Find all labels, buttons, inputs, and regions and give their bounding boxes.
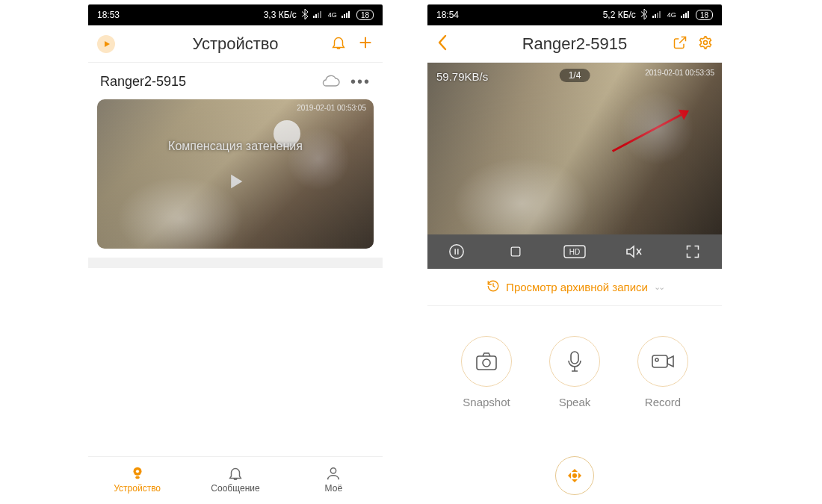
statusbar: 18:54 5,2 КБ/c 4G 18 xyxy=(427,4,722,25)
archive-label: Просмотр архивной записи xyxy=(506,281,648,293)
svg-rect-4 xyxy=(342,16,343,18)
play-header-icon[interactable] xyxy=(97,35,115,53)
svg-rect-15 xyxy=(659,11,661,18)
svg-point-20 xyxy=(704,40,708,44)
chevron-down-icon: ⌄⌄ xyxy=(654,282,663,292)
svg-point-22 xyxy=(450,245,463,258)
svg-point-11 xyxy=(331,467,336,473)
live-timestamp: 2019-02-01 00:53:35 xyxy=(645,69,714,77)
speak-button[interactable]: Speak xyxy=(549,336,600,408)
net-label: 4G xyxy=(667,11,676,19)
video-controls: HD xyxy=(427,234,722,269)
device-thumbnail[interactable]: 2019-02-01 00:53:05 Компенсация затенени… xyxy=(97,99,374,249)
camera-icon xyxy=(461,336,512,387)
thumb-timestamp: 2019-02-01 00:53:05 xyxy=(297,104,366,112)
svg-rect-18 xyxy=(685,13,687,18)
svg-point-9 xyxy=(136,470,139,473)
svg-rect-2 xyxy=(318,13,319,18)
shade-spot xyxy=(274,120,300,147)
ptz-icon xyxy=(567,468,582,483)
device-name: Ranger2-5915 xyxy=(100,74,186,90)
battery-badge: 18 xyxy=(696,10,713,20)
bottom-nav: Устройство Сообщение Моё xyxy=(88,456,383,501)
svg-rect-32 xyxy=(571,352,578,364)
svg-rect-7 xyxy=(348,11,350,18)
device-row[interactable]: Ranger2-5915 ••• xyxy=(88,63,383,96)
svg-rect-1 xyxy=(315,14,317,18)
net-label: 4G xyxy=(328,11,337,19)
history-icon xyxy=(486,279,500,295)
mute-button[interactable] xyxy=(619,244,649,259)
thumb-play-icon[interactable] xyxy=(225,171,246,195)
hd-button[interactable]: HD xyxy=(560,245,590,258)
back-icon[interactable] xyxy=(436,34,448,54)
signal-icon xyxy=(313,10,324,20)
live-video[interactable]: 59.79KB/s 1/4 2019-02-01 00:53:35 xyxy=(427,63,722,234)
svg-rect-12 xyxy=(652,16,654,18)
section-divider xyxy=(88,258,383,268)
tab-me[interactable]: Моё xyxy=(285,457,383,501)
pause-button[interactable] xyxy=(442,243,472,260)
svg-rect-25 xyxy=(511,247,520,256)
svg-rect-10 xyxy=(135,476,140,479)
svg-rect-30 xyxy=(477,356,496,370)
stop-button[interactable] xyxy=(501,244,531,259)
bell-icon[interactable] xyxy=(330,34,347,54)
bitrate-label: 59.79KB/s xyxy=(436,70,488,83)
svg-rect-3 xyxy=(320,11,321,18)
cell-icon xyxy=(681,10,691,20)
svg-text:HD: HD xyxy=(569,248,580,256)
app-header: Устройство xyxy=(88,25,383,63)
annotation-arrow xyxy=(605,102,694,163)
fullscreen-button[interactable] xyxy=(678,244,708,259)
app-header: Ranger2-5915 xyxy=(427,25,722,63)
page-title: Ranger2-5915 xyxy=(481,34,668,54)
tab-device[interactable]: Устройство xyxy=(88,457,186,501)
status-time: 18:53 xyxy=(97,10,120,20)
record-button[interactable]: Record xyxy=(637,336,688,408)
svg-rect-5 xyxy=(344,14,345,18)
signal-icon xyxy=(652,10,663,20)
mic-icon xyxy=(549,336,600,387)
archive-link[interactable]: Просмотр архивной записи ⌄⌄ xyxy=(427,269,722,306)
status-time: 18:54 xyxy=(436,10,459,20)
bluetooth-icon xyxy=(301,9,309,22)
bluetooth-icon xyxy=(640,9,648,22)
gear-icon[interactable] xyxy=(698,35,713,53)
phone-right: 18:54 5,2 КБ/c 4G 18 xyxy=(427,4,722,501)
svg-rect-33 xyxy=(652,355,667,367)
svg-rect-6 xyxy=(346,13,347,18)
svg-point-34 xyxy=(655,358,658,361)
shade-label: Компенсация затенения xyxy=(97,140,374,153)
page-indicator: 1/4 xyxy=(560,69,590,82)
status-speed: 5,2 КБ/c xyxy=(603,10,636,20)
phone-left: 18:53 3,3 КБ/c 4G 18 xyxy=(88,4,383,501)
svg-point-31 xyxy=(483,359,490,367)
svg-rect-13 xyxy=(655,14,656,18)
svg-rect-16 xyxy=(681,16,682,18)
status-speed: 3,3 КБ/c xyxy=(264,10,297,20)
svg-line-21 xyxy=(613,115,682,152)
page-title: Устройство xyxy=(142,34,329,54)
action-row: Snapshot Speak Record xyxy=(427,306,722,419)
more-icon[interactable]: ••• xyxy=(350,73,371,90)
cloud-icon[interactable] xyxy=(321,74,340,90)
svg-rect-0 xyxy=(313,16,315,18)
add-icon[interactable] xyxy=(357,34,374,54)
record-icon xyxy=(637,336,688,387)
snapshot-button[interactable]: Snapshot xyxy=(461,336,512,408)
svg-rect-14 xyxy=(657,13,658,18)
battery-badge: 18 xyxy=(356,10,374,20)
svg-rect-17 xyxy=(683,14,685,18)
svg-rect-19 xyxy=(687,11,689,18)
cell-icon xyxy=(342,10,352,20)
share-icon[interactable] xyxy=(673,35,687,53)
statusbar: 18:53 3,3 КБ/c 4G 18 xyxy=(88,4,383,25)
tab-message[interactable]: Сообщение xyxy=(186,457,284,501)
ptz-button[interactable] xyxy=(555,456,594,495)
